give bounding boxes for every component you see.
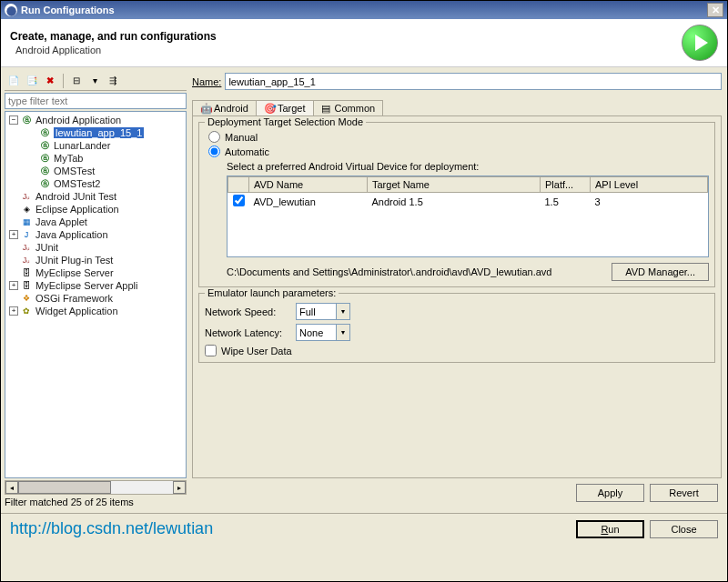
config-toolbar: 📄 📑 ✖ ⊟ ▾ ⇶ <box>5 71 187 91</box>
scroll-left-icon[interactable]: ◂ <box>5 481 18 494</box>
new-config-icon[interactable]: 📄 <box>6 74 21 88</box>
tree-item-android-application[interactable]: − ⓐ Android Application <box>7 114 184 126</box>
tree-item-myeclipse-server[interactable]: 🗄 MyEclipse Server <box>7 266 184 279</box>
tree-item-junit[interactable]: Jᵤ JUnit <box>7 241 184 254</box>
config-tree[interactable]: − ⓐ Android Application ⓐ lewutian_app_1… <box>5 111 187 478</box>
android-icon: ⓐ <box>38 153 51 164</box>
avd-table[interactable]: AVD Name Target Name Platf... API Level … <box>227 176 709 257</box>
window-title: Run Configurations <box>21 5 115 15</box>
titlebar: ⬤ Run Configurations ✕ <box>1 1 727 19</box>
emulator-fieldset: Emulator launch parameters: Network Spee… <box>198 293 715 363</box>
android-tab-icon: 🤖 <box>200 103 211 114</box>
tree-item-lewutian[interactable]: ⓐ lewutian_app_15_1 <box>7 126 184 139</box>
chevron-down-icon[interactable]: ▼ <box>336 304 349 319</box>
duplicate-config-icon[interactable]: 📑 <box>25 74 39 88</box>
run-button[interactable]: Run <box>576 520 644 538</box>
main-body: 📄 📑 ✖ ⊟ ▾ ⇶ − ⓐ Android Application ⓐ le… <box>1 67 727 513</box>
tree-item-osgi[interactable]: ❖ OSGi Framework <box>7 292 184 305</box>
tree-item-eclipse-app[interactable]: ◈ Eclipse Application <box>7 203 184 216</box>
tab-common[interactable]: ▤Common <box>313 100 384 115</box>
name-input[interactable] <box>225 73 722 90</box>
deployment-fieldset: Deployment Target Selection Mode Manual … <box>198 122 715 287</box>
radio-automatic-row[interactable]: Automatic <box>205 146 709 157</box>
tree-item-omstest2[interactable]: ⓐ OMSTest2 <box>7 177 184 190</box>
right-panel: Name: 🤖Android 🎯Target ▤Common Deploymen… <box>190 71 723 509</box>
tab-content: Deployment Target Selection Mode Manual … <box>192 115 722 478</box>
radio-manual-row[interactable]: Manual <box>205 131 709 143</box>
radio-manual[interactable] <box>208 131 220 143</box>
page-title: Create, manage, and run configurations <box>10 30 217 43</box>
tabs: 🤖Android 🎯Target ▤Common <box>192 95 722 115</box>
filter-status: Filter matched 25 of 25 items <box>5 495 187 509</box>
osgi-icon: ❖ <box>20 293 33 304</box>
table-row[interactable]: AVD_lewutian Android 1.5 1.5 3 <box>228 193 708 211</box>
footer: http://blog.csdn.net/lewutian Run Close <box>1 513 727 544</box>
col-avd-name[interactable]: AVD Name <box>249 177 368 193</box>
col-check[interactable] <box>228 177 249 193</box>
tree-item-omstest[interactable]: ⓐ OMSTest <box>7 165 184 177</box>
java-icon: J <box>20 229 33 240</box>
filter-icon[interactable]: ⇶ <box>106 74 120 88</box>
junit-plugin-icon: Jᵤ <box>20 255 33 266</box>
page-subtitle: Android Application <box>15 45 217 55</box>
col-target-name[interactable]: Target Name <box>368 177 541 193</box>
target-tab-icon: 🎯 <box>264 103 275 114</box>
network-latency-label: Network Latency: <box>205 327 296 338</box>
tree-item-junit-plugin[interactable]: Jᵤ JUnit Plug-in Test <box>7 254 184 266</box>
tree-item-widget[interactable]: + ✿ Widget Application <box>7 305 184 317</box>
network-speed-select[interactable]: Full ▼ <box>296 303 350 320</box>
window-close-button[interactable]: ✕ <box>707 3 723 17</box>
wipe-data-row[interactable]: Wipe User Data <box>205 345 709 356</box>
header: Create, manage, and run configurations A… <box>1 19 727 67</box>
scroll-right-icon[interactable]: ▸ <box>173 481 186 494</box>
network-latency-select[interactable]: None ▼ <box>296 324 350 341</box>
expand-icon[interactable]: + <box>9 306 18 316</box>
android-icon: ⓐ <box>20 115 33 125</box>
horizontal-scrollbar[interactable]: ◂ ▸ <box>5 480 187 495</box>
wipe-data-checkbox[interactable] <box>205 345 217 356</box>
eclipse-app-icon: ◈ <box>20 204 33 215</box>
delete-config-icon[interactable]: ✖ <box>43 74 57 88</box>
filter-input[interactable] <box>5 93 187 109</box>
close-button[interactable]: Close <box>650 520 718 538</box>
android-icon: ⓐ <box>38 178 51 189</box>
avd-select-label: Select a preferred Android Virtual Devic… <box>227 161 709 172</box>
tree-item-android-junit[interactable]: Jᵤ Android JUnit Test <box>7 190 184 203</box>
avd-checkbox[interactable] <box>233 195 245 206</box>
collapse-all-icon[interactable]: ⊟ <box>69 74 84 88</box>
name-label: Name: <box>192 76 221 87</box>
server-icon: 🗄 <box>20 267 33 278</box>
tab-android[interactable]: 🤖Android <box>192 100 257 115</box>
tree-item-lunarlander[interactable]: ⓐ LunarLander <box>7 139 184 152</box>
deployment-legend: Deployment Target Selection Mode <box>205 116 366 127</box>
chevron-down-icon[interactable]: ▼ <box>336 325 349 340</box>
tree-item-myeclipse-server-app[interactable]: + 🗄 MyEclipse Server Appli <box>7 279 184 292</box>
widget-icon: ✿ <box>20 306 33 316</box>
emulator-legend: Emulator launch parameters: <box>205 287 339 298</box>
tab-target[interactable]: 🎯Target <box>256 100 314 115</box>
expand-icon[interactable]: + <box>9 230 18 239</box>
col-platform[interactable]: Platf... <box>541 177 591 193</box>
col-api-level[interactable]: API Level <box>591 177 708 193</box>
watermark-url: http://blog.csdn.net/lewutian <box>10 519 213 538</box>
common-tab-icon: ▤ <box>321 103 332 114</box>
android-icon: ⓐ <box>38 140 51 151</box>
junit-icon: Jᵤ <box>20 242 33 253</box>
android-icon: ⓐ <box>38 166 51 176</box>
tree-item-java-applet[interactable]: ▦ Java Applet <box>7 216 184 228</box>
network-speed-label: Network Speed: <box>205 306 296 317</box>
avd-path: C:\Documents and Settings\Administrator\… <box>227 266 612 278</box>
tree-item-java-app[interactable]: + J Java Application <box>7 228 184 241</box>
tree-item-mytab[interactable]: ⓐ MyTab <box>7 152 184 165</box>
apply-button[interactable]: Apply <box>576 484 644 502</box>
scrollbar-thumb[interactable] <box>18 481 111 494</box>
left-panel: 📄 📑 ✖ ⊟ ▾ ⇶ − ⓐ Android Application ⓐ le… <box>5 71 187 509</box>
run-icon <box>682 25 718 61</box>
dropdown-arrow-icon[interactable]: ▾ <box>87 74 102 88</box>
radio-automatic[interactable] <box>208 146 220 157</box>
revert-button[interactable]: Revert <box>650 484 718 502</box>
collapse-icon[interactable]: − <box>9 115 18 125</box>
java-applet-icon: ▦ <box>20 216 33 227</box>
avd-manager-button[interactable]: AVD Manager... <box>612 263 709 281</box>
expand-icon[interactable]: + <box>9 281 18 290</box>
